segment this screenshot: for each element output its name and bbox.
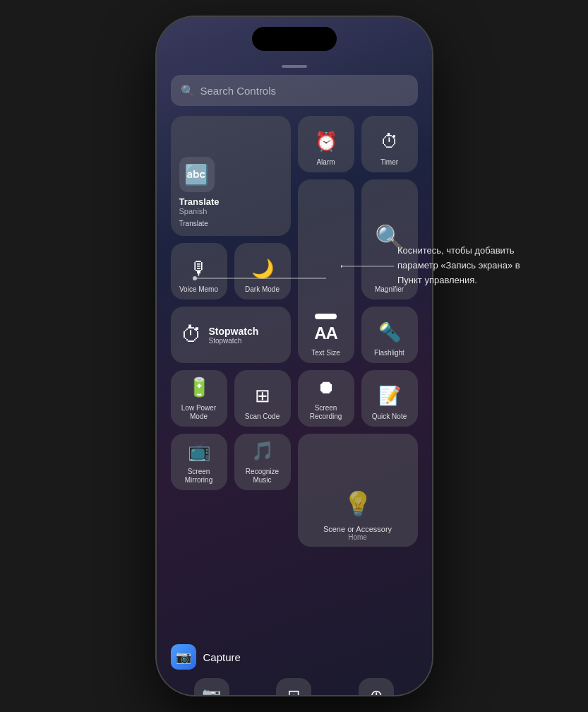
voicememo-control[interactable]: 🎙 Voice Memo xyxy=(171,243,227,299)
stopwatch-label: Stopwatch xyxy=(209,337,259,345)
scene-icon: 💡 xyxy=(343,490,373,518)
screenrecording-control[interactable]: ⏺ Screen Recording xyxy=(298,370,354,427)
translate-name: Translate xyxy=(179,196,220,207)
stopwatch-icon: ⏱ xyxy=(181,323,202,347)
bottom-icon-add[interactable]: ⊕ xyxy=(359,678,394,695)
stopwatch-texts: Stopwatch Stopwatch xyxy=(209,326,259,345)
control-center-panel: 🔍 Search Controls 🔤 Translate Spanish Tr… xyxy=(171,65,418,639)
stopwatch-name: Stopwatch xyxy=(209,326,259,337)
scancode-control[interactable]: ⊞ Scan Code xyxy=(234,370,291,427)
darkmode-control[interactable]: 🌙 Dark Mode xyxy=(234,243,291,299)
textsize-aa: AA xyxy=(314,324,337,343)
timer-control[interactable]: ⏱ Timer xyxy=(361,116,418,172)
darkmode-icon: 🌙 xyxy=(251,258,274,280)
translate-label: Translate xyxy=(179,220,208,227)
screenrecording-icon: ⏺ xyxy=(317,376,335,398)
flashlight-icon: 🔦 xyxy=(378,321,401,343)
bottom-icon-scan[interactable]: ⊡ xyxy=(276,678,311,695)
search-icon: 🔍 xyxy=(181,84,195,97)
search-placeholder: Search Controls xyxy=(200,85,277,97)
quicknote-icon: 📝 xyxy=(378,385,401,407)
screenmirror-icon: 📺 xyxy=(188,440,210,462)
outside-annotation: Коснитесь, чтобы добавить параметр «Запи… xyxy=(397,244,546,287)
translate-control[interactable]: 🔤 Translate Spanish Translate xyxy=(171,116,291,236)
textsize-label: Text Size xyxy=(311,349,340,357)
capture-label: Capture xyxy=(203,651,241,663)
screenrecording-label: Screen Recording xyxy=(310,404,342,421)
bottom-icons-row: 📷 ⊡ ⊕ xyxy=(171,678,418,695)
timer-label: Timer xyxy=(380,158,398,167)
scene-label: Scene or Accessory xyxy=(323,525,392,533)
textsize-control[interactable]: AA Text Size xyxy=(298,179,354,363)
recognizemusic-icon: 🎵 xyxy=(251,440,274,462)
lowpower-label: Low Power Mode xyxy=(175,404,223,421)
bottom-bar: 📷 Capture 📷 ⊡ ⊕ xyxy=(171,639,418,695)
screenmirror-label: Screen Mirroring xyxy=(185,468,212,485)
translate-icon-box: 🔤 xyxy=(179,157,215,192)
outside-annotation-text: Коснитесь, чтобы добавить параметр «Запи… xyxy=(397,245,520,285)
bottom-icon-camera[interactable]: 📷 xyxy=(194,678,229,695)
capture-icon: 📷 xyxy=(171,644,196,670)
voicememo-icon: 🎙 xyxy=(190,258,208,280)
translate-icon: 🔤 xyxy=(184,163,209,186)
search-bar[interactable]: 🔍 Search Controls xyxy=(171,75,418,106)
controls-grid: 🔤 Translate Spanish Translate ⏰ Alarm ⏱ … xyxy=(171,116,418,547)
phone-frame: 🔍 Search Controls 🔤 Translate Spanish Tr… xyxy=(157,17,432,695)
drag-indicator xyxy=(282,65,307,68)
quicknote-label: Quick Note xyxy=(372,413,407,421)
voicememo-label: Voice Memo xyxy=(179,285,218,294)
recognizemusic-label: Recognize Music xyxy=(246,468,279,485)
textsize-bar-1 xyxy=(315,314,337,319)
alarm-icon: ⏰ xyxy=(315,131,337,153)
textsize-visual: AA xyxy=(302,185,350,346)
recognizemusic-control[interactable]: 🎵 Recognize Music xyxy=(234,434,291,490)
scancode-icon: ⊞ xyxy=(255,385,270,407)
quicknote-control[interactable]: 📝 Quick Note xyxy=(361,370,418,427)
darkmode-label: Dark Mode xyxy=(245,285,280,294)
capture-row[interactable]: 📷 Capture xyxy=(171,639,418,675)
alarm-control[interactable]: ⏰ Alarm xyxy=(298,116,354,172)
lowpower-icon: 🔋 xyxy=(188,376,210,398)
dynamic-island xyxy=(252,27,337,51)
scancode-label: Scan Code xyxy=(245,413,280,421)
flashlight-control[interactable]: 🔦 Flashlight xyxy=(361,307,418,363)
scene-control[interactable]: 💡 Scene or Accessory Home xyxy=(298,434,418,547)
lowpower-control[interactable]: 🔋 Low Power Mode xyxy=(171,370,227,427)
screenmirror-control[interactable]: 📺 Screen Mirroring xyxy=(171,434,227,490)
stopwatch-control[interactable]: ⏱ Stopwatch Stopwatch xyxy=(171,307,291,363)
scene-sublabel: Home xyxy=(348,533,367,541)
translate-sublabel: Spanish xyxy=(179,207,208,215)
timer-icon: ⏱ xyxy=(380,131,399,153)
alarm-label: Alarm xyxy=(316,158,335,167)
flashlight-label: Flashlight xyxy=(374,349,404,357)
